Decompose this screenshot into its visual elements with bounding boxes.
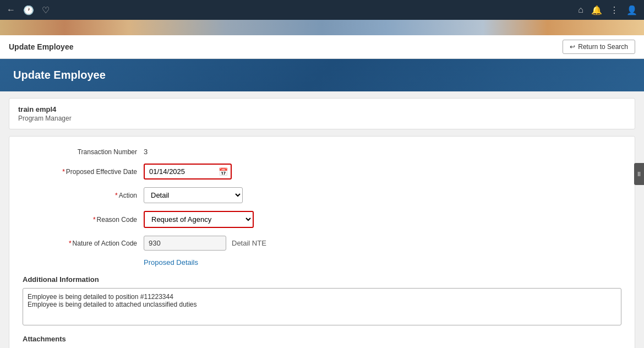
proposed-details-row: Proposed Details	[23, 258, 621, 267]
history-icon[interactable]: 🕐	[23, 5, 34, 15]
decorative-banner	[0, 20, 644, 35]
transaction-number-label: Transaction Number	[23, 148, 144, 156]
section-header: Update Employee	[0, 59, 644, 91]
action-label: Action	[23, 192, 144, 199]
transaction-number-row: Transaction Number 3	[23, 148, 621, 156]
attachments-section: Attachments You have not added any Attac…	[23, 335, 621, 348]
attachments-title: Attachments	[23, 335, 621, 343]
return-to-search-button[interactable]: ↩ Return to Search	[563, 40, 635, 54]
favorites-icon[interactable]: ♡	[42, 5, 50, 15]
top-nav-right: ⌂ 🔔 ⋮ 👤	[578, 5, 637, 15]
noa-description: Detail NTE	[232, 239, 266, 247]
top-nav-left: ← 🕐 ♡	[7, 5, 50, 15]
proposed-details-link[interactable]: Proposed Details	[144, 258, 198, 267]
additional-info-title: Additional Information	[23, 275, 621, 284]
noa-code-label: Nature of Action Code	[23, 240, 144, 247]
reason-code-label: Reason Code	[23, 216, 144, 224]
notification-icon[interactable]: 🔔	[591, 5, 602, 15]
effective-date-label: Proposed Effective Date	[23, 168, 144, 176]
page-header-title: Update Employee	[9, 42, 73, 51]
right-panel-handle[interactable]: II	[634, 163, 644, 185]
return-icon: ↩	[570, 43, 575, 51]
additional-info-section: Additional Information Employee is being…	[23, 275, 621, 327]
home-icon[interactable]: ⌂	[578, 5, 583, 15]
form-section: Transaction Number 3 Proposed Effective …	[9, 136, 635, 348]
employee-job-title: Program Manager	[18, 115, 626, 122]
page-header: Update Employee ↩ Return to Search	[0, 35, 644, 59]
date-input-wrapper: 📅	[144, 164, 232, 180]
reason-code-row: Reason Code Request of Agency At Own Req…	[23, 211, 621, 228]
additional-info-textarea[interactable]: Employee is being detailed to position #…	[23, 288, 621, 325]
reason-code-select[interactable]: Request of Agency At Own Request Other	[144, 211, 254, 228]
noa-code-input[interactable]	[144, 236, 226, 251]
action-select[interactable]: Detail Reassignment Promotion	[144, 187, 243, 203]
transaction-number-value: 3	[144, 148, 148, 156]
section-title: Update Employee	[13, 69, 631, 81]
effective-date-row: Proposed Effective Date 📅	[23, 164, 621, 180]
employee-card: train empl4 Program Manager	[9, 98, 635, 129]
top-nav-bar: ← 🕐 ♡ ⌂ 🔔 ⋮ 👤	[0, 0, 644, 20]
back-icon[interactable]: ←	[7, 5, 15, 15]
action-row: Action Detail Reassignment Promotion	[23, 187, 621, 203]
noa-code-row: Nature of Action Code Detail NTE	[23, 236, 621, 251]
calendar-icon[interactable]: 📅	[219, 167, 228, 176]
more-menu-icon[interactable]: ⋮	[610, 5, 619, 15]
profile-icon[interactable]: 👤	[626, 5, 637, 15]
return-button-label: Return to Search	[578, 43, 628, 51]
employee-name: train empl4	[18, 105, 626, 113]
